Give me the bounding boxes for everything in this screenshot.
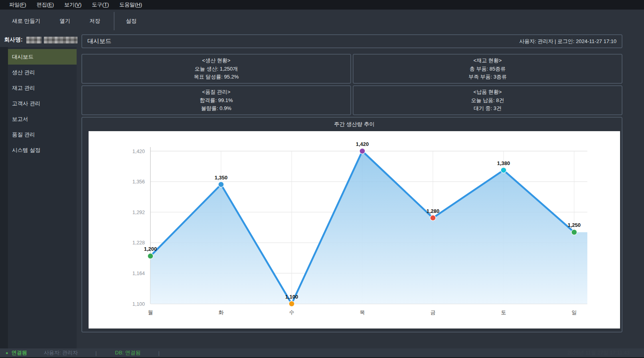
svg-text:1,350: 1,350	[215, 175, 228, 181]
menu-tools-label: 도구(	[92, 2, 104, 8]
sidebar: 회사명: 대시보드 생산 관리 재고 관리 고객사 관리 보고서 품질 관리 시…	[0, 33, 77, 348]
menu-bar: 파일(F) 편집(E) 보기(V) 도구(T) 도움말(H)	[0, 0, 644, 10]
settings-button[interactable]: 설정	[119, 14, 144, 29]
card-quality-status: <품질 관리> 합격률: 99.1% 불량률: 0.9%	[81, 85, 351, 115]
svg-text:목: 목	[360, 309, 365, 315]
svg-text:1,250: 1,250	[568, 222, 581, 228]
svg-text:1,380: 1,380	[497, 160, 510, 166]
card-line: 대기 중: 3건	[474, 105, 502, 112]
menu-edit-label: 편집(	[37, 2, 49, 8]
main-content: 대시보드 사용자: 관리자 | 로그인: 2024-11-27 17:10 <생…	[77, 33, 644, 348]
card-title: <생산 현황>	[202, 57, 231, 64]
sidebar-item-quality[interactable]: 품질 관리	[8, 127, 77, 142]
new-button[interactable]: 새로 만들기	[5, 14, 47, 29]
svg-text:일: 일	[572, 309, 577, 315]
status-user: 사용자: 관리자	[44, 349, 78, 356]
weekly-chart-panel: 주간 생산량 추이 1,4201,3561,2921,2281,1641,100…	[81, 117, 622, 332]
sidebar-item-dashboard[interactable]: 대시보드	[8, 49, 77, 65]
sidebar-item-reports[interactable]: 보고서	[8, 111, 77, 127]
card-line: 총 부품: 85종류	[470, 65, 506, 73]
connection-dot-icon: ●	[6, 350, 8, 355]
status-bar: ● 연결됨 사용자: 관리자 | DB: 연결됨 | 2025년 11월 27일…	[0, 348, 644, 358]
svg-text:1,164: 1,164	[132, 271, 145, 276]
toolbar-separator	[114, 12, 115, 30]
connection-status: 연결됨	[12, 349, 27, 356]
menu-file-label-end: )	[24, 2, 26, 8]
menu-help[interactable]: 도움말(H)	[114, 0, 147, 10]
svg-text:1,100: 1,100	[285, 294, 298, 300]
card-line: 부족 부품: 3종류	[468, 73, 507, 81]
redacted-block	[26, 37, 41, 43]
svg-text:1,200: 1,200	[144, 246, 157, 252]
menu-help-mnemonic: H	[136, 2, 140, 8]
menu-help-label: 도움말(	[119, 2, 136, 8]
sidebar-item-production[interactable]: 생산 관리	[8, 65, 77, 80]
redacted-block	[44, 37, 77, 43]
company-name-redacted	[26, 37, 77, 43]
svg-text:화: 화	[219, 309, 224, 315]
menu-view-label: 보기(	[64, 2, 76, 8]
toolbar: 새로 만들기 열기 저장 설정	[0, 10, 644, 33]
menu-view-label-end: )	[80, 2, 81, 8]
card-production-status: <생산 현황> 오늘 생산: 1,250개 목표 달성률: 95.2%	[81, 54, 351, 84]
weekly-production-chart: 1,4201,3561,2921,2281,1641,1001,2001,350…	[89, 131, 620, 328]
svg-text:1,292: 1,292	[132, 210, 145, 215]
card-title: <품질 관리>	[202, 89, 231, 96]
sidebar-item-system-settings[interactable]: 시스템 설정	[8, 142, 77, 158]
menu-help-label-end: )	[140, 2, 142, 8]
status-separator: |	[158, 350, 160, 356]
card-line: 합격률: 99.1%	[200, 97, 233, 104]
menu-file-label: 파일(	[9, 2, 21, 8]
menu-view[interactable]: 보기(V)	[59, 0, 87, 10]
card-title: <납품 현황>	[474, 89, 502, 96]
status-cards: <생산 현황> 오늘 생산: 1,250개 목표 달성률: 95.2% <재고 …	[81, 54, 622, 115]
menu-tools-label-end: )	[107, 2, 109, 8]
svg-text:1,228: 1,228	[132, 240, 145, 246]
db-connection-status: DB: 연결됨	[115, 349, 140, 356]
sidebar-item-customers[interactable]: 고객사 관리	[8, 96, 77, 111]
svg-text:1,420: 1,420	[356, 141, 369, 147]
open-button[interactable]: 열기	[52, 14, 77, 29]
svg-text:1,356: 1,356	[132, 179, 145, 185]
card-title: <재고 현황>	[474, 57, 502, 64]
card-delivery-status: <납품 현황> 오늘 납품: 8건 대기 중: 3건	[353, 85, 622, 115]
card-line: 오늘 생산: 1,250개	[195, 65, 238, 73]
sidebar-nav: 대시보드 생산 관리 재고 관리 고객사 관리 보고서 품질 관리 시스템 설정	[8, 47, 77, 348]
menu-edit[interactable]: 편집(E)	[32, 0, 59, 10]
svg-text:토: 토	[501, 309, 506, 315]
menu-file[interactable]: 파일(F)	[4, 0, 32, 10]
svg-text:수: 수	[289, 309, 294, 315]
menu-tools-mnemonic: T	[104, 2, 107, 8]
svg-text:1,420: 1,420	[132, 149, 145, 154]
chart-title: 주간 생산량 추이	[89, 121, 620, 128]
menu-view-mnemonic: V	[76, 2, 80, 8]
status-datetime: 2025년 11월 27일 17:11:43	[567, 349, 630, 356]
svg-text:월: 월	[148, 309, 153, 315]
company-row: 회사명:	[0, 33, 77, 47]
status-separator: |	[95, 350, 97, 356]
card-line: 불량률: 0.9%	[201, 105, 231, 112]
page-header: 대시보드 사용자: 관리자 | 로그인: 2024-11-27 17:10	[81, 34, 622, 48]
card-inventory-status: <재고 현황> 총 부품: 85종류 부족 부품: 3종류	[353, 54, 622, 84]
card-line: 목표 달성률: 95.2%	[194, 73, 239, 81]
svg-text:금: 금	[431, 309, 436, 315]
company-name-label: 회사명:	[4, 36, 23, 43]
svg-text:1,100: 1,100	[132, 301, 145, 307]
user-login-info: 사용자: 관리자 | 로그인: 2024-11-27 17:10	[519, 38, 616, 45]
card-line: 오늘 납품: 8건	[471, 97, 504, 104]
page-title: 대시보드	[87, 37, 111, 45]
save-button[interactable]: 저장	[82, 14, 107, 29]
menu-edit-mnemonic: E	[49, 2, 52, 8]
menu-tools[interactable]: 도구(T)	[87, 0, 114, 10]
menu-edit-label-end: )	[52, 2, 54, 8]
sidebar-item-inventory[interactable]: 재고 관리	[8, 80, 77, 96]
svg-text:1,280: 1,280	[427, 208, 440, 214]
